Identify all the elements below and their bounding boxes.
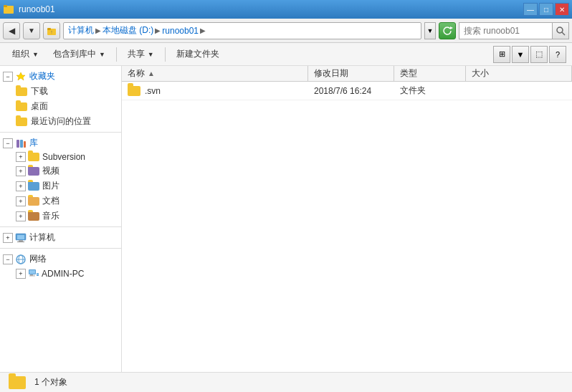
include-library-button[interactable]: 包含到库中 ▼ [47,45,112,64]
library-icon [15,138,27,149]
up-button[interactable]: ↑ [43,22,60,39]
sidebar-item-recent[interactable]: 最近访问的位置 [0,114,121,129]
search-go-button[interactable] [552,22,569,39]
file-date: 2018/7/6 16:24 [314,86,371,96]
window-title: runoob01 [19,4,55,14]
file-list-header: 名称 ▲ 修改日期 类型 大小 [122,66,572,82]
view-dropdown-button[interactable]: ▼ [512,46,529,63]
new-folder-button[interactable]: 新建文件夹 [170,45,226,64]
toolbar-separator-2 [165,47,166,62]
admin-pc-label: ADMIN-PC [42,269,84,279]
file-date-cell: 2018/7/6 16:24 [308,82,394,100]
file-name: .svn [145,86,161,96]
share-button[interactable]: 共享 ▼ [121,45,161,64]
organize-button[interactable]: 组织 ▼ [6,45,45,64]
view-toggle-button[interactable]: ⊞ [493,46,510,63]
sidebar-library-header[interactable]: − 库 [0,135,121,150]
computer-label: 计算机 [29,231,55,244]
computer-expand[interactable]: + [3,233,13,243]
maximize-button[interactable]: □ [539,3,553,16]
sidebar-item-admin-pc[interactable]: + ADMIN-PC [0,267,121,281]
help-button[interactable]: ? [549,46,566,63]
breadcrumb-segment-folder[interactable]: runoob01 [162,26,199,36]
images-folder-icon [28,182,39,191]
file-type: 文件夹 [400,85,426,97]
breadcrumb-segment[interactable]: 计算机 [68,24,94,37]
subversion-folder-icon [28,153,39,161]
search-input[interactable] [459,22,552,39]
col-header-size[interactable]: 大小 [466,66,572,81]
title-bar: runoob01 — □ ✕ [0,0,572,19]
svg-rect-25 [37,274,39,276]
sort-arrow: ▲ [148,70,155,77]
sidebar-favorites-header[interactable]: − 收藏夹 [0,69,121,84]
minimize-button[interactable]: — [523,3,538,16]
main-content: − 收藏夹 下载 桌面 最近访问的位置 − [0,66,572,372]
sidebar-item-docs[interactable]: + 文档 [0,193,121,209]
col-header-type[interactable]: 类型 [394,66,466,81]
favorites-expand[interactable]: − [3,72,13,82]
folder-up-icon: ↑ [47,26,57,36]
breadcrumb-separator: ▶ [95,27,101,34]
sidebar-item-desktop[interactable]: 桌面 [0,99,121,114]
music-folder-icon [28,212,39,221]
sidebar-item-download[interactable]: 下载 [0,84,121,99]
search-box [459,22,569,39]
address-bar: ◀ ▼ ↑ 计算机 ▶ 本地磁盘 (D:) ▶ runoob01 ▶ ▼ [0,19,572,43]
desktop-folder-icon [16,102,27,111]
docs-expand[interactable]: + [16,196,26,206]
sidebar: − 收藏夹 下载 桌面 最近访问的位置 − [0,66,122,372]
svg-marker-9 [16,72,25,80]
table-row[interactable]: .svn 2018/7/6 16:24 文件夹 [122,82,572,100]
svg-rect-14 [17,235,24,239]
download-label: 下载 [31,85,48,97]
sidebar-network-section: − 网络 + ADMIN-PC [0,252,121,281]
music-expand[interactable]: + [16,211,26,221]
sidebar-item-subversion[interactable]: + Subversion [0,150,121,163]
sidebar-divider-3 [0,248,121,249]
network-label: 网络 [29,253,47,265]
svg-rect-23 [29,276,35,277]
view-pane-button[interactable]: ⬚ [530,46,548,63]
subversion-label: Subversion [42,152,85,162]
col-header-date[interactable]: 修改日期 [308,66,394,81]
images-label: 图片 [42,180,59,192]
toolbar: 组织 ▼ 包含到库中 ▼ 共享 ▼ 新建文件夹 ⊞ ▼ ⬚ ? [0,43,572,66]
go-button[interactable] [439,22,456,39]
sidebar-divider-2 [0,226,121,227]
svg-rect-22 [30,274,33,276]
sidebar-item-music[interactable]: + 音乐 [0,209,121,224]
close-button[interactable]: ✕ [555,3,569,16]
sidebar-item-images[interactable]: + 图片 [0,178,121,193]
favorites-label: 收藏夹 [29,70,55,82]
docs-label: 文档 [42,195,59,207]
refresh-icon [442,25,453,37]
status-text: 1 个对象 [34,376,67,388]
back-button[interactable]: ◀ [3,22,20,39]
subversion-expand[interactable]: + [16,152,26,162]
file-type-cell: 文件夹 [394,82,466,100]
images-expand[interactable]: + [16,181,26,191]
sidebar-network-header[interactable]: − 网络 [0,252,121,267]
library-label: 库 [29,137,38,149]
music-label: 音乐 [42,210,59,222]
status-bar: 1 个对象 [0,372,572,392]
sidebar-divider-1 [0,132,121,133]
forward-button[interactable]: ▼ [23,22,40,39]
admin-pc-expand[interactable]: + [16,269,26,279]
breadcrumb-separator-2: ▶ [155,27,161,34]
address-dropdown[interactable]: ▼ [424,22,436,39]
library-expand[interactable]: − [3,138,13,148]
toolbar-separator [116,47,117,62]
col-header-name[interactable]: 名称 ▲ [122,66,308,81]
video-expand[interactable]: + [16,166,26,176]
breadcrumb-bar[interactable]: 计算机 ▶ 本地磁盘 (D:) ▶ runoob01 ▶ [63,22,421,39]
breadcrumb-segment-drive[interactable]: 本地磁盘 (D:) [103,24,153,37]
computer-icon [15,232,27,244]
sidebar-item-video[interactable]: + 视频 [0,163,121,178]
breadcrumb-separator-3: ▶ [200,27,206,34]
svg-text:↑: ↑ [50,29,53,34]
sidebar-computer-header[interactable]: + 计算机 [0,230,121,245]
network-expand[interactable]: − [3,254,13,264]
download-folder-icon [16,87,27,96]
